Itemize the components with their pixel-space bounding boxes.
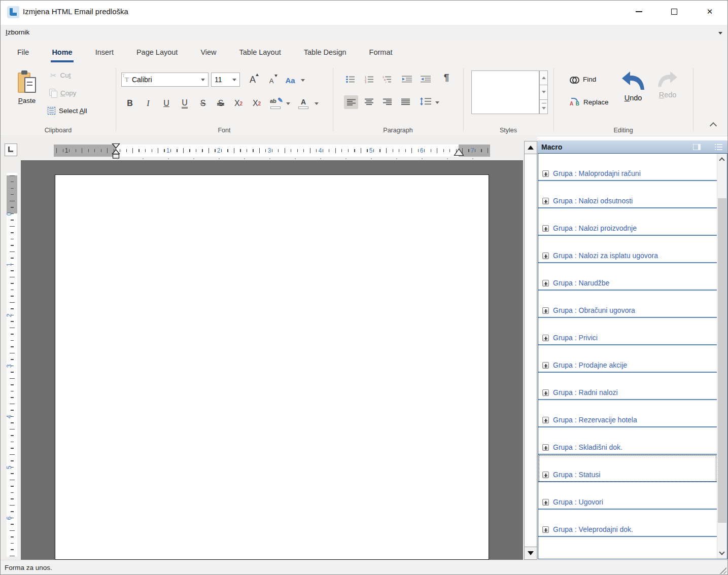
expand-plus-icon[interactable]	[542, 225, 549, 232]
expand-plus-icon[interactable]	[542, 526, 549, 533]
styles-scroll-up-button[interactable]	[540, 71, 547, 85]
font-size-combobox[interactable]: 11	[211, 73, 240, 87]
macro-group-row[interactable]: Grupa : Ugovori	[538, 482, 717, 510]
expand-plus-icon[interactable]	[542, 280, 549, 286]
numbering-button[interactable]: 123	[364, 73, 375, 86]
line-spacing-button[interactable]	[419, 95, 432, 108]
underline-button[interactable]: U	[159, 96, 174, 111]
italic-button[interactable]: I	[141, 96, 155, 111]
font-color-button[interactable]: A	[296, 96, 310, 111]
collapse-ribbon-icon[interactable]	[710, 122, 717, 129]
expand-plus-icon[interactable]	[542, 170, 549, 177]
macro-group-row[interactable]: Grupa : Maloprodajni računi	[538, 154, 717, 181]
vertical-ruler[interactable]: 0123456	[7, 173, 17, 557]
ribbon-tab[interactable]: File	[16, 40, 30, 64]
styles-more-button[interactable]	[540, 100, 547, 114]
scrollbar-thumb[interactable]	[718, 198, 726, 523]
macro-scrollbar[interactable]	[717, 154, 727, 559]
macro-group-row[interactable]: Grupa : Narudžbe	[538, 263, 717, 291]
macro-group-row[interactable]: Grupa : Statusi	[538, 455, 717, 482]
decrease-indent-button[interactable]	[401, 73, 412, 86]
expand-plus-icon[interactable]	[542, 499, 549, 506]
expand-plus-icon[interactable]	[542, 417, 549, 423]
macro-group-row[interactable]: Grupa : Nalozi odsutnosti	[538, 181, 717, 208]
bullets-button[interactable]	[345, 73, 356, 86]
align-left-button[interactable]	[344, 95, 358, 109]
copy-button[interactable]: Copy	[49, 89, 77, 97]
macro-group-row[interactable]: Grupa : Rezervacije hotela	[538, 400, 717, 427]
ribbon-tab[interactable]: View	[199, 40, 218, 64]
replace-button[interactable]: AB Replace	[570, 98, 609, 106]
font-name-combobox[interactable]: T Calibri	[121, 73, 209, 87]
indent-marker[interactable]	[112, 143, 120, 159]
menubar-dropdown-icon[interactable]	[718, 32, 722, 34]
macro-group-row[interactable]: Grupa : Prodajne akcije	[538, 345, 717, 373]
subscript-button[interactable]: X2	[231, 96, 246, 111]
strikethrough-button[interactable]: S	[196, 96, 210, 111]
macro-group-row[interactable]: Grupa : Obračuni ugovora	[538, 291, 717, 318]
close-button[interactable]: ✕	[692, 1, 727, 23]
double-underline-button[interactable]: U	[178, 96, 192, 111]
align-center-button[interactable]	[363, 95, 374, 109]
resize-grip[interactable]	[719, 566, 726, 574]
editor-canvas[interactable]	[21, 160, 523, 560]
canvas-vertical-scrollbar[interactable]	[524, 141, 537, 560]
line-spacing-dropdown-icon[interactable]	[434, 95, 440, 110]
highlight-dropdown-icon[interactable]	[285, 96, 291, 111]
dock-panel-icon[interactable]	[693, 144, 701, 150]
justify-button[interactable]	[400, 95, 411, 109]
macro-group-row[interactable]: Grupa : Nalozi za isplatu ugovora	[538, 236, 717, 263]
minimize-button[interactable]	[621, 1, 656, 23]
macro-group-row[interactable]: Grupa : Skladišni dok.	[538, 427, 717, 455]
bold-button[interactable]: B	[123, 96, 137, 111]
expand-plus-icon[interactable]	[542, 472, 549, 478]
expand-plus-icon[interactable]	[542, 362, 549, 369]
styles-scroll-down-button[interactable]	[540, 85, 547, 99]
multilevel-list-button[interactable]: 1ai	[382, 73, 393, 86]
ribbon-tab[interactable]: Table Layout	[238, 40, 283, 64]
macro-group-row[interactable]: Grupa : Radni nalozi	[538, 373, 717, 400]
increase-indent-button[interactable]	[420, 73, 431, 86]
paste-button[interactable]: Paste	[13, 69, 41, 120]
grow-font-button[interactable]: A	[246, 72, 260, 87]
scroll-up-button[interactable]	[525, 141, 537, 154]
maximize-button[interactable]	[656, 1, 692, 23]
ribbon-tab[interactable]: Page Layout	[135, 40, 179, 64]
macro-group-row[interactable]: Grupa : Nalozi proizvodnje	[538, 208, 717, 236]
styles-gallery[interactable]	[471, 70, 539, 114]
expand-plus-icon[interactable]	[542, 389, 549, 396]
ribbon-tab[interactable]: Table Design	[302, 40, 348, 64]
ribbon-tab[interactable]: Format	[368, 40, 394, 64]
list-view-icon[interactable]	[715, 144, 722, 150]
superscript-button[interactable]: X2	[250, 96, 264, 111]
change-case-button[interactable]: Aa	[283, 73, 297, 88]
show-paragraph-marks-button[interactable]: ¶	[441, 71, 452, 84]
cut-button[interactable]: ✂ Cut	[50, 71, 71, 79]
chevron-up-icon[interactable]	[719, 157, 724, 163]
align-right-button[interactable]	[382, 95, 393, 109]
chevron-down-icon[interactable]	[719, 549, 724, 555]
expand-plus-icon[interactable]	[542, 335, 549, 341]
select-all-button[interactable]: Select All	[48, 107, 87, 115]
ribbon-tab[interactable]: Home	[50, 40, 74, 64]
font-color-dropdown-icon[interactable]	[314, 96, 320, 111]
expand-plus-icon[interactable]	[542, 307, 549, 314]
change-case-dropdown-icon[interactable]	[300, 73, 306, 88]
expand-plus-icon[interactable]	[542, 253, 549, 259]
macro-group-row[interactable]: Grupa : Privici	[538, 318, 717, 345]
redo-button[interactable]: Redo	[655, 70, 680, 99]
expand-plus-icon[interactable]	[542, 198, 549, 204]
double-strikethrough-button[interactable]: S	[214, 96, 228, 111]
macro-group-row[interactable]: Grupa : Veleprodajni dok.	[538, 510, 717, 537]
highlight-button[interactable]: ab✎	[268, 96, 284, 111]
undo-button[interactable]: Undo	[620, 70, 646, 102]
tab-stop-selector[interactable]	[5, 143, 17, 156]
find-button[interactable]: Find	[570, 76, 596, 83]
expand-plus-icon[interactable]	[542, 444, 549, 451]
shrink-font-button[interactable]: A	[264, 73, 279, 88]
ribbon-tab[interactable]: Insert	[94, 40, 115, 64]
menu-izbornik[interactable]: Izbornik	[6, 28, 29, 36]
document-page[interactable]	[55, 174, 489, 560]
right-margin-marker[interactable]	[454, 148, 464, 156]
scroll-down-button[interactable]	[525, 547, 537, 559]
